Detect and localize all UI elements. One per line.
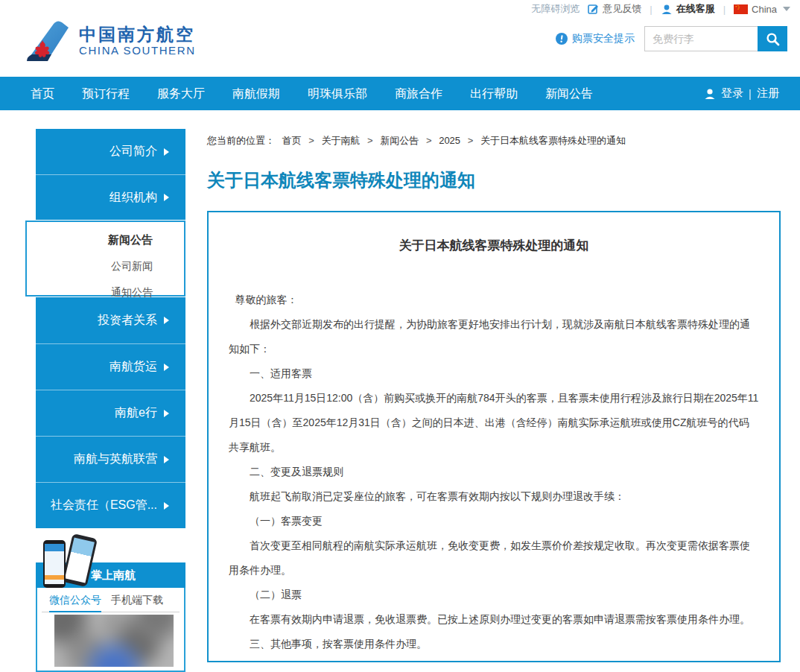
- article-paragraph: 二、变更及退票规则: [229, 460, 759, 484]
- chevron-right-icon: [164, 317, 169, 324]
- logo-text-en: CHINA SOUTHERN: [79, 44, 196, 57]
- article-paragraph: 首次变更至相同航程的南航实际承运航班，免收变更费，如发生票价价差按规定收取。再次…: [229, 533, 759, 583]
- user-icon: [704, 88, 716, 100]
- search-input[interactable]: [644, 26, 758, 51]
- qr-blur: [54, 615, 174, 667]
- nav-item-travel-help[interactable]: 出行帮助: [470, 77, 518, 110]
- mobile-phones-image: [42, 534, 94, 589]
- chevron-right-icon: [164, 194, 169, 201]
- region-label: China: [752, 4, 777, 15]
- breadcrumb-separator: >: [367, 135, 373, 146]
- sidebar-item-cargo[interactable]: 南航货运: [36, 343, 185, 390]
- breadcrumb-item-home[interactable]: 首页: [282, 135, 302, 146]
- article-paragraph: （二）退票: [229, 583, 759, 607]
- sidebar-item-investor-relations[interactable]: 投资者关系: [36, 297, 185, 343]
- breadcrumb-item-about[interactable]: 关于南航: [321, 135, 360, 146]
- article-paragraph: 三、其他事项，按客票使用条件办理。: [229, 632, 759, 656]
- online-service-label: 在线客服: [676, 2, 715, 16]
- sidebar-item-label: 南航与英航联营: [74, 451, 157, 467]
- article-paragraph: 2025年11月15日12:00（含）前购买或换开的南航784开头的客票，且客票…: [229, 386, 759, 460]
- chevron-right-icon: [164, 456, 169, 463]
- mobile-app-box: 微信公众号 手机端下载: [36, 588, 185, 672]
- tab-mobile-download[interactable]: 手机端下载: [111, 589, 163, 612]
- nav-item-corporate-travel[interactable]: 商旅合作: [395, 77, 442, 110]
- article-paragraph: 根据外交部近期发布的出行提醒，为协助旅客更好地安排出行计划，现就涉及南航日本航线…: [229, 312, 759, 361]
- login-divider: |: [749, 87, 752, 100]
- sidebar-news-title[interactable]: 新闻公告: [27, 222, 184, 247]
- sidebar-item-label: 组织机构: [109, 190, 157, 206]
- sidebar-item-ba-joint-venture[interactable]: 南航与英航联营: [36, 436, 185, 482]
- page-title: 关于日本航线客票特殊处理的通知: [207, 168, 475, 192]
- phone-graphic: [62, 533, 98, 587]
- online-service-link[interactable]: 在线客服: [661, 2, 715, 16]
- feedback-icon: [588, 4, 599, 15]
- sidebar-item-company-news[interactable]: 公司新闻: [27, 260, 184, 273]
- logo[interactable]: 中国南方航空 CHINA SOUTHERN: [25, 19, 196, 63]
- breadcrumb-separator: >: [308, 135, 314, 146]
- nav-item-pearl-club[interactable]: 明珠俱乐部: [308, 77, 367, 110]
- search-button[interactable]: [758, 26, 787, 51]
- sidebar-item-company-profile[interactable]: 公司简介: [36, 129, 185, 174]
- page: 无障碍浏览 意见反馈 | 在线客服 |: [0, 0, 800, 672]
- accessibility-link[interactable]: 无障碍浏览: [531, 2, 580, 16]
- chevron-right-icon: [164, 410, 169, 417]
- nav-list: 首页 预订行程 服务大厅 南航假期 明珠俱乐部 商旅合作 出行帮助 新闻公告: [0, 77, 800, 110]
- article-paragraph: 一、适用客票: [229, 361, 759, 386]
- feedback-label: 意见反馈: [603, 2, 641, 16]
- nav-item-booking[interactable]: 预订行程: [82, 77, 130, 110]
- notice-article: 关于日本航线客票特殊处理的通知 尊敬的旅客： 根据外交部近期发布的出行提醒，为协…: [207, 211, 781, 662]
- sidebar-section-news: 新闻公告 公司新闻 通知公告: [25, 221, 185, 297]
- ticket-safety-notice-link[interactable]: 购票安全提示: [556, 32, 635, 45]
- logo-text-cn: 中国南方航空: [79, 25, 196, 44]
- sidebar-item-organization[interactable]: 组织机构: [36, 174, 185, 220]
- info-icon: [556, 33, 568, 45]
- sidebar-item-e-travel[interactable]: 南航e行: [36, 390, 185, 436]
- app-tabs: 微信公众号 手机端下载: [42, 589, 180, 612]
- login-link[interactable]: 登录: [721, 86, 743, 101]
- article-paragraph: 航班起飞前取消已定妥座位的旅客，可在客票有效期内按以下规则办理退改手续：: [229, 484, 759, 509]
- article-paragraph: 尊敬的旅客：: [229, 288, 759, 312]
- breadcrumb: 您当前的位置： 首页 > 关于南航 > 新闻公告 > 2025 > 关于日本航线…: [207, 134, 630, 148]
- header-right: 购票安全提示: [556, 26, 787, 51]
- search-area: [644, 26, 787, 51]
- nav-item-news[interactable]: 新闻公告: [545, 77, 593, 110]
- header: 中国南方航空 CHINA SOUTHERN 购票安全提示: [0, 18, 800, 77]
- sidebar-item-label: 投资者关系: [98, 313, 157, 329]
- chevron-down-icon: [783, 7, 790, 11]
- feedback-link[interactable]: 意见反馈: [588, 2, 641, 16]
- sidebar-item-label: 南航货运: [109, 359, 157, 375]
- online-service-icon: [661, 4, 673, 15]
- phone-graphic: [43, 540, 66, 588]
- sidebar-item-label: 南航e行: [115, 405, 157, 421]
- article-paragraph: （一）客票变更: [229, 509, 759, 533]
- register-link[interactable]: 注册: [757, 86, 779, 101]
- breadcrumb-item-news[interactable]: 新闻公告: [380, 135, 419, 146]
- wechat-qr-code-image: [54, 615, 174, 667]
- nav-item-service-hall[interactable]: 服务大厅: [157, 77, 205, 110]
- sidebar-item-notice-announcements[interactable]: 通知公告: [27, 286, 184, 299]
- tab-wechat-official[interactable]: 微信公众号: [49, 589, 101, 612]
- top-utility-bar: 无障碍浏览 意见反馈 | 在线客服 |: [0, 0, 800, 18]
- topbar-divider: |: [723, 4, 726, 15]
- sidebar-item-csr-esg[interactable]: 社会责任（ESG管...: [36, 482, 185, 528]
- sidebar-top: 公司简介 组织机构: [36, 129, 185, 220]
- article-paragraph: 在客票有效期内申请退票，免收退票费。已按上述原则办理过变更的客票如申请退票需按客…: [229, 607, 759, 632]
- nav-item-home[interactable]: 首页: [31, 77, 54, 110]
- login-area: 登录 | 注册: [704, 77, 779, 110]
- breadcrumb-item-2025[interactable]: 2025: [439, 135, 460, 146]
- breadcrumb-separator: >: [468, 135, 474, 146]
- search-icon: [766, 32, 780, 46]
- nav-item-holidays[interactable]: 南航假期: [232, 77, 280, 110]
- sidebar-bottom: 投资者关系 南航货运 南航e行 南航与英航联营 社会责任（ESG管...: [36, 297, 185, 528]
- chevron-right-icon: [164, 364, 169, 371]
- airline-tailfin-logo-icon: [25, 19, 72, 63]
- topbar-divider: |: [650, 4, 652, 15]
- sidebar-item-label: 公司简介: [109, 144, 157, 159]
- article-title: 关于日本航线客票特殊处理的通知: [229, 237, 759, 254]
- region-selector[interactable]: China: [734, 4, 790, 15]
- safety-notice-label: 购票安全提示: [572, 32, 635, 45]
- breadcrumb-prefix: 您当前的位置：: [207, 135, 275, 146]
- sidebar-item-label: 社会责任（ESG管...: [51, 498, 157, 513]
- chevron-right-icon: [164, 502, 169, 510]
- breadcrumb-separator: >: [426, 135, 432, 146]
